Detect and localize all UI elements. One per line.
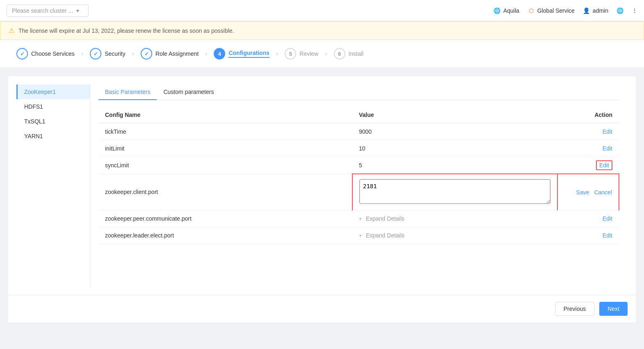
step-arrow-5: › xyxy=(325,50,327,57)
config-value-client-port-editing: 2181 xyxy=(352,174,557,210)
step-security[interactable]: Security xyxy=(90,48,126,59)
expand-leader-icon[interactable]: + xyxy=(359,233,362,239)
table-row: tickTime 9000 Edit xyxy=(98,123,619,140)
aquila-item[interactable]: 🌐 Aquila xyxy=(493,7,519,14)
banner-text: The license will expire at Jul 13, 2022,… xyxy=(18,27,234,34)
warning-icon: ⚠ xyxy=(9,27,14,34)
header-left: Please search cluster ... ▾ xyxy=(7,5,89,17)
config-value-peer-communicate: + Expand Details xyxy=(352,210,557,227)
edit-init-limit-button[interactable]: Edit xyxy=(603,145,612,152)
table-row: initLimit 10 Edit xyxy=(98,140,619,157)
step-circle-5: 5 xyxy=(285,48,296,59)
config-name-sync-limit: syncLimit xyxy=(98,157,352,174)
config-action-sync-limit: Edit xyxy=(557,157,619,174)
language-icon[interactable]: 🌐 xyxy=(617,7,623,14)
main-content: ZooKeeper1 HDFS1 TxSQL1 YARN1 Basic Para… xyxy=(8,76,636,322)
config-action-client-port: Save Cancel xyxy=(557,174,619,210)
service-sidebar: ZooKeeper1 HDFS1 TxSQL1 YARN1 xyxy=(16,84,90,287)
edit-sync-limit-button[interactable]: Edit xyxy=(596,160,612,170)
col-value: Value xyxy=(352,107,557,123)
edit-peer-communicate-button[interactable]: Edit xyxy=(603,215,612,222)
step-choose-services[interactable]: Choose Services xyxy=(16,48,75,59)
client-port-input[interactable]: 2181 xyxy=(359,179,550,204)
step-review[interactable]: 5 Review xyxy=(285,48,318,59)
aquila-icon: 🌐 xyxy=(493,7,501,14)
expand-peer-icon[interactable]: + xyxy=(359,216,362,222)
config-action-tick-time: Edit xyxy=(557,123,619,140)
table-row: zookeeper.leader.elect.port + Expand Det… xyxy=(98,227,619,244)
admin-label: admin xyxy=(593,7,608,14)
step-arrow-3: › xyxy=(205,50,207,57)
table-header-row: Config Name Value Action xyxy=(98,107,619,123)
license-banner: ⚠ The license will expire at Jul 13, 202… xyxy=(0,21,644,40)
cancel-client-port-button[interactable]: Cancel xyxy=(594,189,612,196)
step-install[interactable]: 6 Install xyxy=(334,48,364,59)
table-row-editing: zookeeper.client.port 2181 Save Cancel xyxy=(98,174,619,210)
global-service-item[interactable]: ⬡ Global Service xyxy=(528,7,575,14)
parameter-tabs: Basic Parameters Custom parameters xyxy=(98,84,619,100)
config-table: Config Name Value Action tickTime 9000 E… xyxy=(98,107,619,244)
cluster-search-text: Please search cluster ... xyxy=(12,7,73,14)
config-value-init-limit: 10 xyxy=(352,140,557,157)
sidebar-label-txsql1: TxSQL1 xyxy=(24,118,45,125)
expand-leader-details: Expand Details xyxy=(366,232,404,239)
sidebar-item-txsql1[interactable]: TxSQL1 xyxy=(16,114,90,129)
step-arrow-1: › xyxy=(81,50,83,57)
tab-basic-parameters[interactable]: Basic Parameters xyxy=(98,84,157,100)
header: Please search cluster ... ▾ 🌐 Aquila ⬡ G… xyxy=(0,0,644,21)
sidebar-label-zookeeper1: ZooKeeper1 xyxy=(24,89,56,95)
step-circle-3 xyxy=(141,48,152,59)
step-arrow-2: › xyxy=(132,50,134,57)
sidebar-label-hdfs1: HDFS1 xyxy=(24,103,43,110)
step-label-install: Install xyxy=(349,50,364,57)
config-name-init-limit: initLimit xyxy=(98,140,352,157)
config-name-leader-elect: zookeeper.leader.elect.port xyxy=(98,227,352,244)
config-name-client-port: zookeeper.client.port xyxy=(98,174,352,210)
steps-wizard: Choose Services › Security › Role Assign… xyxy=(0,40,644,68)
more-options-button[interactable]: ⋮ xyxy=(632,7,637,14)
config-value-tick-time: 9000 xyxy=(352,123,557,140)
col-config-name: Config Name xyxy=(98,107,352,123)
footer: Previous Next xyxy=(8,295,636,322)
config-name-tick-time: tickTime xyxy=(98,123,352,140)
user-icon: 👤 xyxy=(583,7,590,14)
config-action-leader-elect: Edit xyxy=(557,227,619,244)
col-action: Action xyxy=(557,107,619,123)
config-value-leader-elect: + Expand Details xyxy=(352,227,557,244)
expand-peer-details: Expand Details xyxy=(366,215,404,222)
step-circle-6: 6 xyxy=(334,48,345,59)
previous-button[interactable]: Previous xyxy=(555,302,594,316)
table-row: zookeeper.peer.communicate.port + Expand… xyxy=(98,210,619,227)
step-label-choose-services: Choose Services xyxy=(31,50,75,57)
step-label-role-assignment: Role Assignment xyxy=(155,50,199,57)
aquila-label: Aquila xyxy=(503,7,519,14)
step-circle-4: 4 xyxy=(214,48,225,59)
sidebar-label-yarn1: YARN1 xyxy=(24,133,43,139)
sidebar-item-hdfs1[interactable]: HDFS1 xyxy=(16,99,90,114)
tab-custom-parameters[interactable]: Custom parameters xyxy=(157,84,220,100)
global-service-icon: ⬡ xyxy=(528,7,535,14)
save-client-port-button[interactable]: Save xyxy=(576,189,589,196)
more-icon: ⋮ xyxy=(632,7,637,14)
edit-leader-elect-button[interactable]: Edit xyxy=(603,232,612,239)
step-role-assignment[interactable]: Role Assignment xyxy=(141,48,199,59)
next-button[interactable]: Next xyxy=(599,302,628,316)
edit-tick-time-button[interactable]: Edit xyxy=(603,128,612,135)
global-service-label: Global Service xyxy=(537,7,575,14)
config-value-sync-limit: 5 xyxy=(352,157,557,174)
step-label-security: Security xyxy=(105,50,126,57)
sidebar-item-yarn1[interactable]: YARN1 xyxy=(16,129,90,144)
table-row: syncLimit 5 Edit xyxy=(98,157,619,174)
sidebar-item-zookeeper1[interactable]: ZooKeeper1 xyxy=(16,84,90,99)
config-name-peer-communicate: zookeeper.peer.communicate.port xyxy=(98,210,352,227)
cluster-dropdown-arrow: ▾ xyxy=(76,7,79,14)
header-right: 🌐 Aquila ⬡ Global Service 👤 admin 🌐 ⋮ xyxy=(493,7,637,14)
admin-item[interactable]: 👤 admin xyxy=(583,7,608,14)
cluster-search-dropdown[interactable]: Please search cluster ... ▾ xyxy=(7,5,89,17)
content-inner: ZooKeeper1 HDFS1 TxSQL1 YARN1 Basic Para… xyxy=(8,76,636,295)
config-action-init-limit: Edit xyxy=(557,140,619,157)
step-configurations[interactable]: 4 Configurations xyxy=(214,48,269,59)
step-circle-2 xyxy=(90,48,101,59)
step-label-review: Review xyxy=(299,50,318,57)
config-action-peer-communicate: Edit xyxy=(557,210,619,227)
